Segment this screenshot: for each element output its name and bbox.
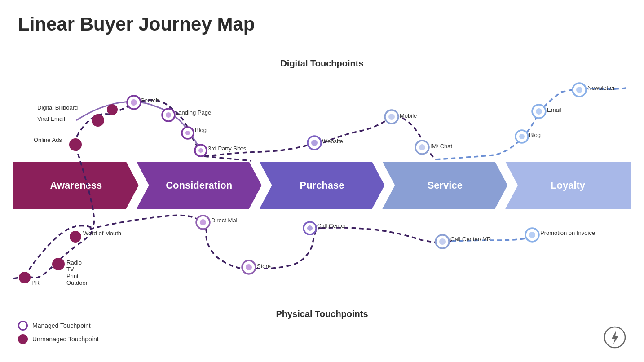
svg-point-1 xyxy=(92,114,104,127)
label-newsletter: Newsletter xyxy=(587,84,615,91)
svg-point-17 xyxy=(532,105,546,118)
svg-point-28 xyxy=(242,260,256,274)
label-viral-email: Viral Email xyxy=(37,115,65,122)
svg-point-24 xyxy=(52,258,65,270)
legend-managed: Managed Touchpoint xyxy=(18,321,99,331)
label-blog-loyalty: Blog xyxy=(529,132,541,138)
legend-unmanaged-label: Unmanaged Touchpoint xyxy=(32,336,99,343)
svg-point-19 xyxy=(516,130,528,143)
stage-awareness: Awareness xyxy=(13,162,139,209)
label-radio-tv: RadioTVPrintOutdoor xyxy=(66,259,88,286)
svg-point-15 xyxy=(415,141,429,154)
label-online-ads: Online Ads xyxy=(34,137,62,143)
label-search: Search xyxy=(141,97,159,104)
svg-point-21 xyxy=(573,83,586,97)
svg-point-7 xyxy=(182,127,194,139)
svg-point-33 xyxy=(439,238,446,245)
svg-point-32 xyxy=(436,235,449,248)
svg-point-23 xyxy=(19,272,31,283)
svg-point-34 xyxy=(525,228,539,242)
svg-point-4 xyxy=(131,99,137,106)
label-blog-consideration: Blog xyxy=(195,127,207,133)
legend: Managed Touchpoint Unmanaged Touchpoint xyxy=(18,321,99,344)
legend-managed-icon xyxy=(18,321,28,331)
svg-point-29 xyxy=(246,264,252,270)
digital-touchpoints-label: Digital Touchpoints xyxy=(0,58,644,69)
svg-point-11 xyxy=(308,136,321,150)
svg-point-16 xyxy=(419,144,425,150)
label-call-center-vr: Call Center/ VR xyxy=(450,236,491,243)
label-word-of-mouth: Word of Mouth xyxy=(83,230,121,237)
svg-point-0 xyxy=(69,138,82,151)
stage-consideration: Consideration xyxy=(137,162,262,209)
svg-point-13 xyxy=(385,110,398,124)
label-website: Website xyxy=(322,138,343,145)
lightning-icon xyxy=(604,326,626,349)
svg-point-25 xyxy=(70,231,81,243)
label-landing-page: Landing Page xyxy=(175,109,211,116)
label-email: Email xyxy=(547,106,562,113)
svg-point-20 xyxy=(519,134,525,139)
physical-touchpoints-label: Physical Touchpoints xyxy=(0,309,644,319)
svg-point-5 xyxy=(162,109,175,121)
legend-unmanaged-icon xyxy=(18,334,28,344)
svg-point-3 xyxy=(127,96,141,109)
legend-unmanaged: Unmanaged Touchpoint xyxy=(18,334,99,344)
svg-point-14 xyxy=(388,114,395,120)
svg-point-35 xyxy=(529,232,535,238)
label-im-chat: IM/ Chat xyxy=(430,143,452,150)
svg-point-26 xyxy=(196,216,210,229)
legend-managed-label: Managed Touchpoint xyxy=(32,322,91,329)
svg-point-9 xyxy=(195,145,207,156)
svg-point-2 xyxy=(107,104,118,115)
stage-loyalty: Loyalty xyxy=(505,162,631,209)
label-direct-mail: Direct Mail xyxy=(211,217,238,224)
label-3rd-party: 3rd Party Sites xyxy=(208,145,246,152)
svg-point-22 xyxy=(576,87,582,93)
label-call-center: Call Center xyxy=(317,222,346,229)
svg-point-18 xyxy=(536,108,542,115)
svg-point-6 xyxy=(166,112,171,118)
svg-point-10 xyxy=(198,148,203,153)
label-store: Store xyxy=(257,263,271,269)
stages-container: Awareness Consideration Purchase Service… xyxy=(13,162,631,209)
svg-point-31 xyxy=(307,225,313,231)
label-mobile: Mobile xyxy=(400,112,417,119)
svg-point-30 xyxy=(304,222,316,234)
label-digital-billboard: Digital Billboard xyxy=(37,104,78,111)
svg-point-27 xyxy=(200,219,206,225)
page-title: Linear Buyer Journey Map xyxy=(18,13,255,35)
stage-purchase: Purchase xyxy=(260,162,385,209)
svg-point-12 xyxy=(311,140,318,146)
label-pr: PR xyxy=(31,279,40,286)
label-promotion-invoice: Promotion on Invoice xyxy=(540,230,595,236)
svg-point-8 xyxy=(185,131,190,135)
stage-service: Service xyxy=(382,162,507,209)
